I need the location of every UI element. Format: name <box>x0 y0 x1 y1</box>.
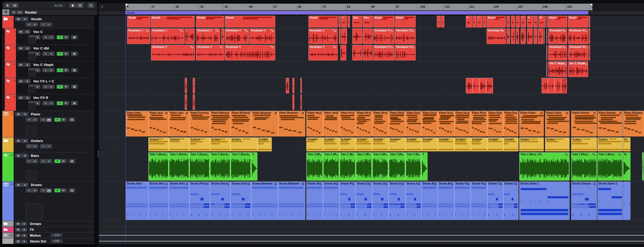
ruler-bar-label[interactable]: 65 <box>297 5 301 11</box>
folder-part[interactable] <box>507 16 510 27</box>
midi-part[interactable]: Piano Vers <box>169 111 189 136</box>
monitor-button[interactable]: ◄ <box>32 144 37 148</box>
folder-part[interactable]: Vocals <box>196 16 224 27</box>
track-row-voc-fx-r[interactable]: 5msVoc FX R●◄eoRW▥ <box>2 94 97 111</box>
midi-part[interactable]: Piano Refrain <box>231 111 251 136</box>
audio-event[interactable]: Vocalspur 4 <box>373 45 394 60</box>
midi-part[interactable]: Piano Prechorus <box>189 111 210 136</box>
mute-button[interactable]: m <box>15 234 21 237</box>
midi-part[interactable]: Piano Vers <box>306 111 323 136</box>
audio-event[interactable]: Vocalspur 1 <box>151 28 184 44</box>
midi-part[interactable] <box>623 182 630 220</box>
midi-part[interactable]: Drums Vers <box>306 182 323 220</box>
channel-strip-button[interactable]: ▥ <box>72 35 77 39</box>
midi-part[interactable]: Piano Outro <box>454 111 471 136</box>
folder-part[interactable] <box>348 16 350 27</box>
track-picture-box[interactable] <box>28 86 36 93</box>
folder-part[interactable]: Vocals <box>395 16 416 27</box>
folder-part[interactable]: Guitars <box>438 137 454 151</box>
audio-event[interactable] <box>185 78 187 93</box>
lane-voc-c[interactable]: Vocalspur 1Vocalspur 1Vocalspur 1Vocalsp… <box>99 28 644 45</box>
home-icon[interactable] <box>69 3 77 8</box>
audio-event[interactable]: Bas <box>623 152 630 181</box>
track-row-mixbus[interactable]: 31msMixbus-7.47 <box>2 233 97 238</box>
track-row-guitars[interactable]: msGuitars●◄=≈ <box>2 137 97 152</box>
lane-drums[interactable]: Drums IntroDrums VersDrums VersDrums Pre… <box>99 181 644 221</box>
render-range-marker[interactable]: Render <box>126 11 588 14</box>
audio-event[interactable]: Vocalspur 3 <box>548 28 567 44</box>
midi-part[interactable]: Piano Between <box>278 111 305 136</box>
audio-event[interactable]: Take 3 (Bass_ <box>405 152 421 181</box>
midi-part[interactable]: Piano Outro <box>545 111 570 136</box>
ruler-bar-label[interactable]: 81 <box>346 5 350 11</box>
folder-part[interactable]: Guitars <box>597 137 623 151</box>
render-ruler-track-row[interactable]: T+ TT+ Render <box>2 9 97 16</box>
folder-part[interactable] <box>546 16 547 27</box>
monitor-button[interactable]: ◄ <box>32 118 37 122</box>
freeze-button[interactable]: o <box>48 101 54 105</box>
audio-event[interactable] <box>479 78 486 93</box>
read-automation-button[interactable]: R <box>55 118 60 122</box>
solo-button[interactable]: s <box>24 63 31 67</box>
midi-part[interactable]: Piano Vers <box>148 111 169 136</box>
ruler-bar-label[interactable]: 1 <box>100 5 103 11</box>
midi-part[interactable]: Drums Outro 2 <box>597 182 623 220</box>
solo-button[interactable]: s <box>22 17 28 21</box>
audio-event[interactable]: Take 4 (Bass_ <box>148 152 169 181</box>
track-row-bass[interactable]: 12msBass●◄eoRW▥ <box>2 152 97 182</box>
read-automation-button[interactable]: R <box>57 102 63 105</box>
instrument-button[interactable] <box>46 118 52 122</box>
folder-part[interactable]: Guitars <box>257 137 272 151</box>
ruler-bar-label[interactable]: 137 <box>517 5 523 11</box>
folder-part[interactable] <box>534 16 538 27</box>
edit-channel-button[interactable]: e <box>43 85 48 89</box>
folder-part[interactable]: Vocals <box>225 16 275 27</box>
solo-button[interactable]: s <box>24 96 31 100</box>
audio-event[interactable]: Voc C Steph_( <box>548 61 567 77</box>
midi-part[interactable]: Piano Intro <box>126 111 148 136</box>
solo-button[interactable]: s <box>22 112 28 116</box>
folder-part[interactable]: Guitars <box>372 137 389 151</box>
audio-event[interactable]: Take 3 (Bass_ <box>389 152 405 181</box>
lane-mixbus[interactable] <box>99 232 644 238</box>
audio-event[interactable] <box>544 28 545 44</box>
audio-event[interactable]: Vocalspur 1 <box>308 28 338 44</box>
mute-button[interactable]: m <box>18 96 24 100</box>
audio-event[interactable] <box>511 28 515 44</box>
folder-part[interactable]: Voca <box>477 16 483 27</box>
audio-event[interactable] <box>286 78 289 93</box>
read-automation-button[interactable]: R <box>57 36 63 39</box>
freeze-button[interactable]: o <box>46 159 52 163</box>
track-row-voc-fx-lc[interactable]: 4msVoc FX L + C●◄eoRW▥ <box>2 78 97 94</box>
audio-event[interactable]: Vocalspur 3 <box>568 28 588 44</box>
midi-part[interactable]: Drums Chorus <box>571 182 597 220</box>
audio-event[interactable] <box>507 28 510 44</box>
mute-button[interactable]: m <box>15 139 22 143</box>
midi-part[interactable]: Drums Prechorus <box>340 182 356 220</box>
folder-part[interactable]: Guitars <box>306 137 323 151</box>
midi-part[interactable]: Piano Refrain <box>471 111 487 136</box>
folder-part[interactable] <box>472 16 476 27</box>
channel-strip-button[interactable]: ▥ <box>72 101 77 105</box>
folder-part[interactable] <box>437 16 441 27</box>
ruler-bar-label[interactable]: 145 <box>541 5 547 11</box>
audio-event[interactable] <box>473 78 479 93</box>
audio-event[interactable]: Take 4 (Bass_ <box>306 152 323 181</box>
audio-event[interactable]: Take 4 (Bass_ <box>169 152 189 181</box>
folder-part[interactable] <box>511 16 515 27</box>
folder-part[interactable]: Guitars <box>471 137 487 151</box>
add-marker-button[interactable]: T+ <box>11 11 16 14</box>
midi-part[interactable]: Piano Refrain <box>356 111 372 136</box>
audio-event[interactable]: Vocalspur 1 <box>127 28 150 44</box>
ruler-bar-label[interactable]: 25 <box>174 5 179 11</box>
audio-event[interactable]: Take 3 (Bass_ <box>571 152 597 181</box>
track-row-piano[interactable]: 6msPiano●◄eRW▥ <box>2 111 97 137</box>
folder-part[interactable]: Guitars <box>519 137 544 151</box>
audio-event[interactable]: Vocalspur 4 <box>548 45 567 60</box>
mute-button[interactable]: m <box>15 222 21 226</box>
folder-part[interactable]: Guitars <box>356 137 372 151</box>
ruler-bar-label[interactable]: 89 <box>370 5 375 11</box>
folder-part[interactable]: Guitars <box>169 137 189 151</box>
folder-part[interactable]: Guitars <box>623 137 630 151</box>
folder-part[interactable]: Vocals <box>151 16 195 27</box>
